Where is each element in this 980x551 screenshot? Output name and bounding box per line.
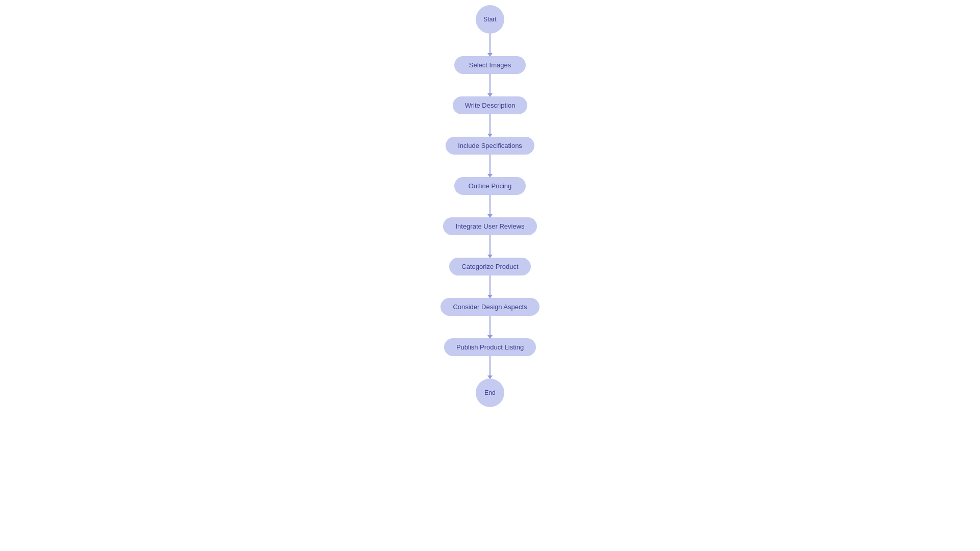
connector-7 [489,276,491,298]
connector-3 [489,114,491,137]
connector-1 [489,34,491,56]
connector-8 [489,316,491,338]
connector-4 [489,155,491,177]
connector-2 [489,74,491,96]
diagram-container: Start Select Images Write Description In… [0,0,980,551]
node-consider-design-aspects[interactable]: Consider Design Aspects [440,298,539,316]
node-end[interactable]: End [476,379,504,407]
node-publish-product-listing[interactable]: Publish Product Listing [444,338,536,356]
node-outline-pricing[interactable]: Outline Pricing [454,177,526,195]
node-integrate-user-reviews[interactable]: Integrate User Reviews [443,217,536,235]
node-select-images[interactable]: Select Images [454,56,526,74]
connector-9 [489,356,491,379]
node-write-description[interactable]: Write Description [453,96,528,114]
connector-5 [489,195,491,217]
connector-6 [489,235,491,258]
node-categorize-product[interactable]: Categorize Product [449,258,530,276]
flowchart: Start Select Images Write Description In… [440,5,539,407]
node-include-specifications[interactable]: Include Specifications [446,137,534,155]
node-start[interactable]: Start [476,5,504,34]
